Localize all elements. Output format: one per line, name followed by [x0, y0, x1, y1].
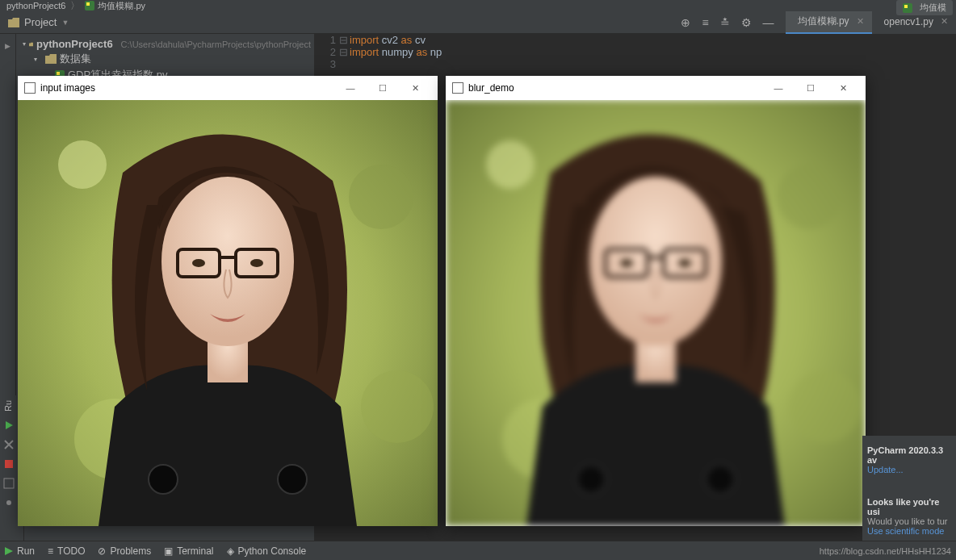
status-bar: Run ≡ TODO ⊘ Problems ▣ Terminal ◈ Pytho…: [0, 541, 956, 560]
run-toolwindow-button[interactable]: Run: [5, 545, 35, 557]
run-config-label: 均值模: [920, 2, 946, 14]
svg-point-32: [577, 465, 606, 494]
svg-rect-1: [86, 2, 90, 6]
svg-rect-10: [5, 460, 13, 468]
problems-toolwindow-button[interactable]: ⊘ Problems: [98, 545, 151, 557]
notification-title: PyCharm 2020.3.3 av: [867, 445, 951, 465]
scientific-mode-link[interactable]: Use scientific mode: [867, 526, 951, 536]
hide-icon[interactable]: —: [763, 16, 774, 29]
tab-mean-blur[interactable]: 均值模糊.py ✕: [786, 11, 872, 34]
warning-icon: ⊘: [98, 545, 106, 557]
tree-root-name: pythonProject6: [36, 38, 113, 50]
breadcrumb-project[interactable]: pythonProject6: [6, 1, 65, 10]
minimize-button[interactable]: —: [334, 83, 367, 93]
toolbar: Project ▼ ⊕ ≡ ≛ ⚙ — 均值模糊.py ✕ opencv1.py…: [0, 11, 956, 34]
chevron-down-icon: ▾: [34, 56, 42, 63]
close-button[interactable]: ✕: [399, 83, 431, 94]
svg-point-28: [486, 140, 535, 189]
tree-folder-dataset[interactable]: ▾ 数据集: [16, 51, 314, 67]
layout-icon[interactable]: [3, 478, 15, 489]
svg-point-12: [6, 500, 11, 505]
project-tool-button[interactable]: Project ▼: [0, 16, 77, 28]
svg-point-15: [349, 165, 413, 229]
python-console-button[interactable]: ◈ Python Console: [227, 545, 307, 557]
image-content: [446, 100, 866, 526]
close-icon[interactable]: ✕: [941, 16, 948, 27]
play-icon: [5, 547, 13, 555]
svg-point-31: [789, 370, 862, 443]
run-config-selector[interactable]: 均值模: [896, 0, 953, 15]
close-button[interactable]: ✕: [827, 83, 859, 94]
breadcrumb-bar: pythonProject6 〉 均值模糊.py 均值模: [0, 0, 956, 11]
svg-rect-3: [904, 5, 908, 8]
pin-icon[interactable]: [3, 497, 15, 508]
maximize-button[interactable]: ☐: [367, 83, 399, 94]
target-icon[interactable]: ⊕: [681, 16, 690, 29]
terminal-icon: ▣: [164, 545, 173, 557]
pyconsole-label: Python Console: [238, 545, 307, 557]
svg-point-26: [250, 259, 263, 267]
folder-icon: [45, 54, 57, 64]
project-label: Project: [24, 16, 57, 28]
terminal-label: Terminal: [177, 545, 213, 557]
fold-icon[interactable]: ⊟: [339, 46, 348, 58]
opencv-window-input[interactable]: input images — ☐ ✕: [18, 76, 438, 526]
tree-folder-name: 数据集: [60, 52, 91, 66]
notification-update: PyCharm 2020.3.3 av Update...: [867, 445, 951, 474]
footer-url: https://blog.csdn.net/HHsHH1234: [820, 546, 951, 556]
folder-icon: [29, 40, 33, 49]
expand-icon[interactable]: ≡: [702, 16, 708, 29]
window-titlebar[interactable]: input images — ☐ ✕: [18, 76, 438, 100]
chevron-down-icon: ▼: [61, 19, 69, 27]
window-title: input images: [40, 82, 95, 94]
breadcrumb-file[interactable]: 均值模糊.py: [98, 0, 145, 12]
todo-toolwindow-button[interactable]: ≡ TODO: [48, 545, 85, 557]
tree-root[interactable]: ▾ pythonProject6 C:\Users\dahula\Pycharm…: [16, 37, 314, 51]
update-link[interactable]: Update...: [867, 465, 951, 474]
stop-icon[interactable]: [3, 458, 15, 470]
notification-title: Looks like you're usi: [867, 497, 951, 516]
todo-label: TODO: [57, 545, 85, 557]
terminal-toolwindow-button[interactable]: ▣ Terminal: [164, 545, 213, 557]
chevron-down-icon: ▾: [23, 40, 26, 48]
folder-icon: [8, 17, 19, 28]
close-icon[interactable]: ✕: [857, 16, 864, 27]
tree-root-hint: C:\Users\dahula\PycharmProjects\pythonPr…: [121, 40, 311, 49]
breadcrumb-sep: 〉: [70, 0, 80, 13]
python-icon: ◈: [227, 545, 234, 557]
window-title: blur_demo: [468, 82, 514, 94]
svg-point-19: [278, 465, 307, 494]
wrench-icon[interactable]: [3, 439, 15, 450]
svg-point-39: [620, 259, 633, 267]
svg-point-14: [58, 140, 107, 189]
opencv-window-blur[interactable]: blur_demo — ☐ ✕: [446, 76, 866, 526]
chevron-right-icon[interactable]: ▶: [5, 42, 10, 50]
image-content: [18, 100, 438, 526]
problems-label: Problems: [110, 545, 151, 557]
app-icon: [24, 82, 36, 94]
project-toolbar-actions: ⊕ ≡ ≛ ⚙ —: [681, 16, 782, 29]
app-icon: [452, 82, 463, 94]
svg-point-25: [192, 259, 205, 267]
minimize-button[interactable]: —: [762, 83, 795, 93]
gear-icon[interactable]: ⚙: [741, 16, 752, 29]
tab-label: opencv1.py: [884, 16, 933, 27]
svg-point-33: [706, 465, 735, 494]
svg-point-29: [777, 165, 841, 229]
run-label: Run: [17, 545, 35, 557]
maximize-button[interactable]: ☐: [795, 83, 827, 94]
window-titlebar[interactable]: blur_demo — ☐ ✕: [446, 76, 866, 100]
fold-icon[interactable]: ⊟: [339, 34, 348, 46]
svg-point-18: [149, 465, 178, 494]
notifications-panel: PyCharm 2020.3.3 av Update... Looks like…: [862, 436, 956, 541]
tab-label: 均值模糊.py: [798, 15, 849, 28]
rerun-icon[interactable]: [3, 420, 15, 431]
list-icon: ≡: [48, 545, 53, 557]
svg-point-40: [678, 259, 691, 267]
collapse-icon[interactable]: ≛: [720, 16, 730, 29]
svg-rect-9: [57, 72, 60, 75]
python-file-icon: [903, 3, 912, 13]
notification-scientific: Looks like you're usi Would you like to …: [867, 497, 951, 536]
line-number: 3: [315, 58, 347, 70]
svg-point-17: [361, 370, 434, 443]
